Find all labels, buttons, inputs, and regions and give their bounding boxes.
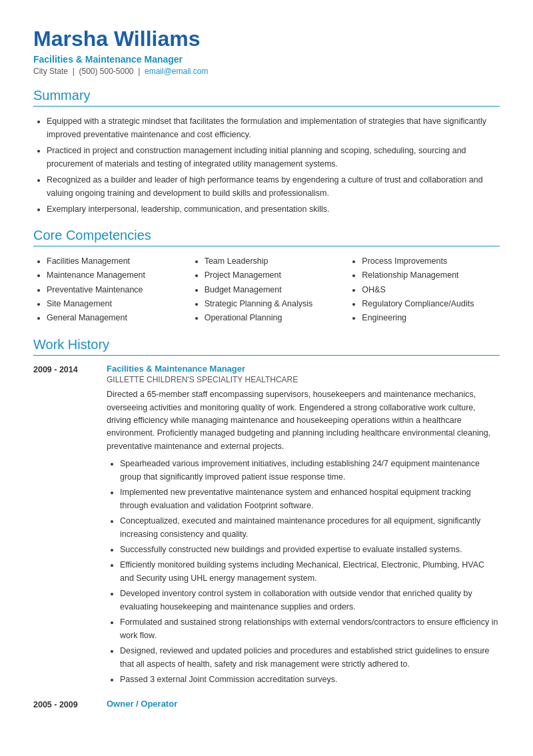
work-bullet: Designed, reviewed and updated policies … <box>120 644 500 671</box>
competencies-section: Core Competencies Facilities Management … <box>33 228 500 325</box>
work-bullet: Developed inventory control system in co… <box>120 587 500 613</box>
work-bullet: Conceptualized, executed and maintained … <box>120 514 500 541</box>
competency-item: Process Improvements <box>362 254 500 268</box>
competency-item: Project Management <box>205 268 342 282</box>
work-bullet: Efficiently monitored building systems i… <box>120 558 500 585</box>
work-content-2: Owner / Operator <box>107 699 500 710</box>
candidate-name: Marsha Williams <box>33 27 500 51</box>
competency-item: Site Management <box>47 297 185 311</box>
contact-info: City State | (500) 500-5000 | email@emai… <box>33 67 500 76</box>
work-entry-2: 2005 - 2009 Owner / Operator <box>33 699 500 710</box>
work-bullet: Successfully constructed new buildings a… <box>120 543 500 556</box>
competencies-heading: Core Competencies <box>33 228 500 246</box>
job-title-1: Facilities & Maintenance Manager <box>107 364 500 374</box>
summary-list: Equipped with a strategic mindset that f… <box>33 115 500 216</box>
work-bullet: Formulated and sustained strong relation… <box>120 615 500 642</box>
competency-item: Maintenance Management <box>47 268 185 282</box>
competencies-col-1: Facilities Management Maintenance Manage… <box>33 254 185 325</box>
competencies-grid: Facilities Management Maintenance Manage… <box>33 254 500 325</box>
resume-header: Marsha Williams Facilities & Maintenance… <box>33 27 500 76</box>
summary-item: Exemplary interpersonal, leadership, com… <box>47 202 500 216</box>
competencies-col-2: Team Leadership Project Management Budge… <box>191 254 342 325</box>
competency-item: Preventative Maintenance <box>47 283 185 297</box>
summary-section: Summary Equipped with a strategic mindse… <box>33 88 500 216</box>
work-bullet: Spearheaded various improvement initiati… <box>120 457 500 484</box>
job-title-2: Owner / Operator <box>107 699 500 709</box>
summary-item: Equipped with a strategic mindset that f… <box>47 115 500 141</box>
company-1: GILLETTE CHILDREN'S SPECIALITY HEALTHCAR… <box>107 375 500 384</box>
work-content-1: Facilities & Maintenance Manager GILLETT… <box>107 364 500 688</box>
competency-item: General Management <box>47 311 185 325</box>
competency-item: Regulatory Compliance/Audits <box>362 297 500 311</box>
competency-item: Operational Planning <box>205 311 342 325</box>
summary-item: Recognized as a builder and leader of hi… <box>47 173 500 200</box>
work-history-heading: Work History <box>33 337 500 356</box>
summary-item: Practiced in project and construction ma… <box>47 144 500 171</box>
competency-item: Relationship Management <box>362 268 500 282</box>
work-bullet: Implemented new preventative maintenance… <box>120 486 500 512</box>
work-entry-1: 2009 - 2014 Facilities & Maintenance Man… <box>33 364 500 688</box>
work-bullet: Passed 3 external Joint Commission accre… <box>120 673 500 686</box>
candidate-title: Facilities & Maintenance Manager <box>33 54 500 65</box>
work-history-section: Work History 2009 - 2014 Facilities & Ma… <box>33 337 500 710</box>
summary-heading: Summary <box>33 88 500 107</box>
competency-item: Team Leadership <box>205 254 342 268</box>
city-state: City State <box>33 67 68 76</box>
competency-item: Facilities Management <box>47 254 185 268</box>
work-description-1: Directed a 65-member staff encompassing … <box>107 388 500 453</box>
work-dates-1: 2009 - 2014 <box>33 364 93 688</box>
work-bullets-1: Spearheaded various improvement initiati… <box>107 457 500 686</box>
competency-item: OH&S <box>362 283 500 297</box>
phone: (500) 500-5000 <box>79 67 133 76</box>
email-link[interactable]: email@email.com <box>145 67 209 76</box>
work-dates-2: 2005 - 2009 <box>33 699 93 710</box>
competencies-col-3: Process Improvements Relationship Manage… <box>348 254 500 325</box>
competency-item: Budget Management <box>205 283 342 297</box>
competency-item: Strategic Planning & Analysis <box>205 297 342 311</box>
competency-item: Engineering <box>362 311 500 325</box>
